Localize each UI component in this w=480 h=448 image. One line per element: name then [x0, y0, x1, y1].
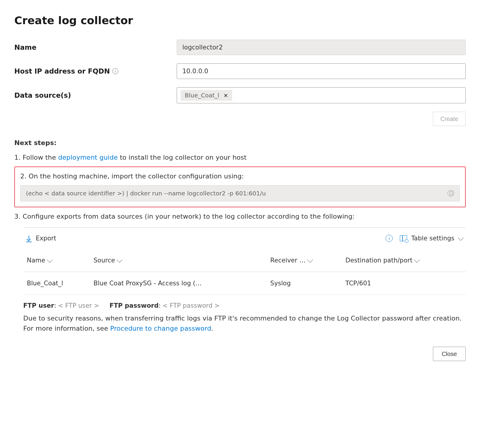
page-title: Create log collector	[14, 14, 466, 27]
download-icon	[26, 236, 32, 241]
command-text: (echo < data source identifier >) | dock…	[26, 190, 266, 197]
chevron-down-icon	[307, 257, 313, 263]
chevron-down-icon	[458, 235, 464, 241]
data-source-tag: Blue_Coat_l ✕	[181, 90, 232, 101]
command-block: (echo < data source identifier >) | dock…	[20, 185, 460, 201]
name-label: Name	[14, 43, 177, 51]
data-sources-input[interactable]: Blue_Coat_l ✕	[177, 87, 466, 103]
ftp-user-value: < FTP user >	[58, 302, 99, 309]
col-name[interactable]: Name	[23, 249, 90, 272]
copy-icon[interactable]	[448, 190, 454, 197]
info-icon[interactable]: i	[112, 68, 118, 74]
data-sources-table: Name Source Receiver … Destination path/…	[23, 249, 466, 295]
chevron-down-icon	[116, 257, 122, 263]
deployment-guide-link[interactable]: deployment guide	[58, 154, 118, 161]
col-receiver[interactable]: Receiver …	[267, 249, 342, 272]
cell-dest: TCP/601	[342, 272, 466, 295]
table-row[interactable]: Blue_Coat_l Blue Coat ProxySG - Access l…	[23, 272, 466, 295]
data-source-tag-label: Blue_Coat_l	[185, 92, 219, 99]
ftp-password-value: < FTP password >	[162, 302, 220, 309]
host-label: Host IP address or FQDN i	[14, 67, 177, 75]
close-button[interactable]: Close	[433, 347, 466, 361]
notice-suffix: .	[211, 325, 213, 332]
table-settings-label: Table settings	[411, 235, 454, 242]
security-notice: Due to security reasons, when transferri…	[14, 313, 466, 334]
step-1-suffix: to install the log collector on your hos…	[118, 154, 246, 161]
chevron-down-icon	[414, 257, 420, 263]
name-input[interactable]: logcollector2	[177, 40, 466, 55]
info-icon[interactable]: i	[386, 235, 393, 242]
col-dest[interactable]: Destination path/port	[342, 249, 466, 272]
next-steps-heading: Next steps:	[14, 139, 466, 147]
step-2-text: 2. On the hosting machine, import the co…	[20, 171, 460, 181]
export-button[interactable]: Export	[26, 235, 56, 242]
table-settings-button[interactable]: Table settings	[400, 235, 463, 242]
notice-text: Due to security reasons, when transferri…	[23, 315, 462, 332]
table-settings-icon	[400, 235, 407, 241]
host-label-text: Host IP address or FQDN	[14, 67, 110, 75]
step-1: 1. Follow the deployment guide to instal…	[14, 153, 466, 162]
step-1-prefix: 1. Follow the	[14, 154, 58, 161]
change-password-link[interactable]: Procedure to change password	[110, 325, 211, 332]
host-input[interactable]: 10.0.0.0	[177, 63, 466, 79]
data-sources-label: Data source(s)	[14, 91, 177, 99]
remove-tag-icon[interactable]: ✕	[223, 92, 228, 99]
export-label: Export	[36, 235, 56, 242]
cell-name: Blue_Coat_l	[23, 272, 90, 295]
col-source[interactable]: Source	[90, 249, 267, 272]
ftp-password-label: FTP password	[109, 302, 159, 309]
chevron-down-icon	[47, 257, 53, 263]
ftp-user-label: FTP user	[23, 302, 54, 309]
cell-receiver: Syslog	[267, 272, 342, 295]
step-3-text: 3. Configure exports from data sources (…	[14, 211, 466, 221]
cell-source: Blue Coat ProxySG - Access log (…	[90, 272, 267, 295]
step-2-highlight: 2. On the hosting machine, import the co…	[14, 167, 466, 207]
create-button[interactable]: Create	[433, 112, 466, 126]
ftp-credentials: FTP user:< FTP user > FTP password:< FTP…	[14, 302, 466, 309]
